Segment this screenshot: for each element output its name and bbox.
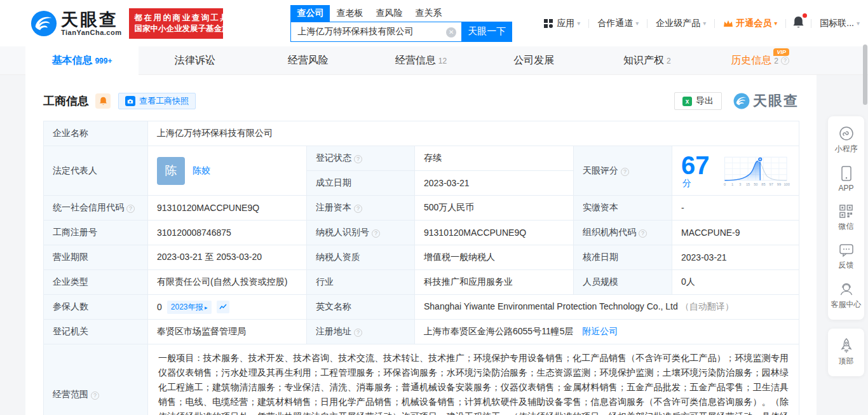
business-scope-value: 一般项目：技术服务、技术开发、技术咨询、技术交流、技术转让、技术推广；环境保护专… [148, 344, 799, 415]
taxpayer-quality-label: 纳税人资质 [307, 245, 415, 270]
chevron-down-icon [857, 20, 860, 27]
export-button-label: 导出 [696, 95, 714, 107]
slogan-badge: 都在用的商业查询工具 国家中小企业发展子基金旗下机构 [129, 8, 223, 39]
tab-history-info[interactable]: VIP 历史信息2 [703, 46, 817, 75]
company-type-label: 企业类型 [44, 270, 148, 295]
tab-basic-info[interactable]: 基本信息999+ [25, 46, 139, 75]
headset-icon [839, 282, 854, 297]
svg-text:99: 99 [776, 182, 780, 186]
tab-count: 999+ [95, 57, 112, 65]
industry-label: 行业 [307, 270, 415, 295]
scrollbar[interactable] [863, 44, 867, 105]
sidebar-item-app[interactable]: APP [828, 160, 864, 198]
search-input[interactable] [291, 22, 461, 41]
business-info-card: 工商信息 查看工商快照 x 导出 天眼查 [25, 75, 817, 415]
help-icon[interactable] [91, 391, 99, 400]
paid-capital-value: - [672, 196, 799, 221]
menu-apps-label: 应用 [557, 18, 574, 29]
chevron-down-icon [635, 20, 639, 27]
sidebar-item-customer-service[interactable]: 客服中心 [828, 276, 864, 316]
reg-status-label: 登记状态 [307, 146, 415, 171]
approval-date-value: 2023-03-21 [672, 245, 799, 270]
help-icon[interactable] [621, 168, 629, 176]
credit-code-label: 统一社会信用代码 [44, 196, 148, 221]
tab-operation-risk[interactable]: 经营风险 [252, 46, 365, 75]
tab-label: 经营信息 [395, 54, 436, 67]
svg-text:50: 50 [754, 182, 757, 186]
menu-apps[interactable]: 应用 [535, 18, 588, 29]
search-tab-boss[interactable]: 查老板 [330, 5, 369, 22]
insured-cell: 0 2023年报 [148, 295, 307, 320]
notification-dot [803, 13, 807, 18]
score-unit: 分 [682, 178, 691, 188]
reg-number-value: 310120008746875 [148, 221, 307, 245]
top-header: 天眼查 TianYanCha.com 都在用的商业查询工具 国家中小企业发展子基… [0, 0, 868, 46]
tianyancha-logo[interactable]: 天眼查 TianYanCha.com [31, 10, 121, 37]
crown-icon [723, 19, 733, 28]
menu-vip[interactable]: 开通会员 [715, 18, 785, 29]
sidebar-item-label: 小程序 [835, 144, 858, 154]
svg-text:1: 1 [731, 182, 733, 186]
score-cell[interactable]: 67分 [672, 146, 799, 196]
tab-company-development[interactable]: 公司发展 [477, 46, 590, 75]
brand-domain: TianYanCha.com [61, 29, 121, 36]
sidebar-item-feedback[interactable]: 反馈 [828, 238, 864, 276]
help-icon[interactable] [639, 229, 647, 238]
search-tabs: 查公司 查老板 查风险 查关系 [290, 5, 512, 22]
table-row: 统一社会信用代码 91310120MACCPUNE9Q 注册资本 500万人民币… [44, 196, 799, 221]
search-tab-relation[interactable]: 查关系 [409, 5, 448, 22]
menu-account-label: 国标联... [820, 18, 854, 29]
tab-label: 法律诉讼 [175, 54, 215, 67]
back-to-top-button[interactable]: 顶部 [828, 332, 864, 372]
clear-icon[interactable]: ✕ [446, 27, 456, 37]
table-row: 法定代表人 陈 陈姣 登记状态 存续 天眼评分 67分 [44, 146, 799, 171]
tab-intellectual-property[interactable]: 知识产权2 [590, 46, 703, 75]
reg-address-value: 上海市奉贤区金海公路6055号11幢5层 [424, 326, 573, 336]
insured-value: 0 [157, 302, 162, 312]
label-text: 注册地址 [316, 326, 351, 336]
help-icon[interactable] [781, 57, 789, 65]
chevron-down-icon [577, 20, 580, 27]
svg-text:15: 15 [746, 182, 750, 186]
annual-report-badge[interactable]: 2023年报 [167, 301, 212, 314]
vip-badge: VIP [773, 48, 789, 56]
subscribe-bell-button[interactable] [95, 93, 111, 109]
avatar[interactable]: 陈 [157, 157, 185, 185]
paid-capital-label: 实缴资本 [574, 196, 672, 221]
search-button[interactable]: 天眼一下 [461, 22, 512, 42]
sidebar-item-wechat[interactable]: 微信 [828, 198, 864, 238]
help-icon[interactable] [354, 329, 362, 337]
watermark-text: 天眼查 [753, 92, 799, 111]
trend-chart-icon[interactable] [217, 301, 229, 313]
snapshot-button[interactable]: 查看工商快照 [118, 93, 196, 109]
menu-partner[interactable]: 合作通道 [589, 18, 647, 29]
menu-account[interactable]: 国标联... [811, 18, 868, 29]
help-icon[interactable] [354, 155, 362, 163]
reg-address-label: 注册地址 [307, 320, 415, 344]
top-menu: 应用 合作通道 企业级产品 开通会员 国标联... [535, 16, 868, 31]
help-icon[interactable] [126, 205, 135, 213]
table-row: 登记机关 奉贤区市场监督管理局 注册地址 上海市奉贤区金海公路6055号11幢5… [44, 320, 799, 344]
export-button[interactable]: x 导出 [674, 92, 722, 110]
menu-enterprise[interactable]: 企业级产品 [648, 18, 714, 29]
legal-rep-link[interactable]: 陈姣 [193, 165, 210, 177]
nearby-companies-link[interactable]: 附近公司 [582, 326, 618, 336]
sidebar-item-miniprogram[interactable]: 小程序 [828, 120, 864, 160]
reg-status-value: 存续 [415, 146, 574, 171]
help-icon[interactable] [354, 205, 362, 213]
legal-rep-label: 法定代表人 [44, 146, 148, 196]
help-icon[interactable] [372, 229, 380, 238]
tab-business-info[interactable]: 经营信息12 [365, 46, 478, 75]
tianyancha-watermark-icon [733, 93, 750, 109]
miniprogram-icon [839, 126, 854, 141]
notification-bell[interactable] [786, 16, 811, 31]
search-tab-company[interactable]: 查公司 [290, 5, 330, 22]
staff-size-value: 0人 [672, 270, 799, 295]
tab-legal-litigation[interactable]: 法律诉讼 [139, 46, 252, 75]
label-text: 经营范围 [53, 389, 88, 399]
table-row: 参保人数 0 2023年报 英文名称 Shanghai Yiwante Envi… [44, 295, 799, 320]
sidebar-item-label: 反馈 [839, 260, 854, 271]
reg-capital-label: 注册资本 [307, 196, 415, 221]
search-tab-risk[interactable]: 查风险 [369, 5, 409, 22]
floating-toolbar: 小程序 APP 微信 反馈 [828, 116, 864, 376]
